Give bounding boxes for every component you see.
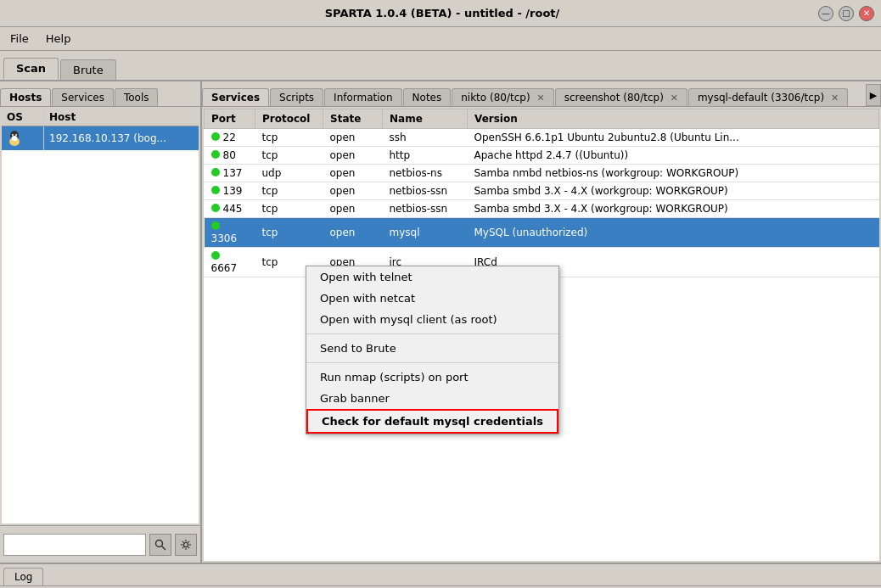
svg-line-12 [182, 540, 184, 542]
ctx-separator-2 [306, 362, 558, 363]
right-tab-scripts[interactable]: Scripts [270, 88, 323, 106]
ctx-send-brute[interactable]: Send to Brute [306, 338, 558, 359]
settings-button[interactable] [175, 534, 197, 556]
cell-port: 80 [205, 147, 255, 165]
ctx-open-netcat[interactable]: Open with netcat [306, 288, 558, 309]
right-tab-screenshot[interactable]: screenshot (80/tcp) ✕ [555, 88, 687, 106]
right-tab-mysql[interactable]: mysql-default (3306/tcp) ✕ [688, 88, 848, 106]
svg-point-5 [156, 540, 163, 546]
svg-point-7 [184, 542, 188, 546]
right-tab-notes[interactable]: Notes [403, 88, 452, 106]
cell-state: open [323, 200, 383, 218]
close-nikto-tab[interactable]: ✕ [536, 92, 544, 104]
right-panel: Services Scripts Information Notes nikto… [202, 81, 881, 563]
bottom-section: Log Progress Tool Host Start time End ti… [0, 563, 881, 588]
cell-protocol: tcp [255, 147, 323, 165]
cell-version: Samba smbd 3.X - 4.X (workgroup: WORKGRO… [468, 200, 879, 218]
ctx-grab-banner[interactable]: Grab banner [306, 388, 558, 409]
ctx-separator-1 [306, 333, 558, 334]
col-header-port: Port [205, 109, 255, 129]
minimize-button[interactable]: — [818, 6, 833, 21]
svg-line-14 [188, 540, 189, 542]
ctx-check-mysql-creds[interactable]: Check for default mysql credentials [306, 409, 558, 434]
host-row[interactable]: 192.168.10.137 (bog... [2, 126, 199, 150]
cell-protocol: udp [255, 165, 323, 182]
window-title: SPARTA 1.0.4 (BETA) - untitled - /root/ [66, 7, 818, 20]
tab-brute[interactable]: Brute [60, 59, 116, 80]
host-table-header: OS Host [2, 109, 199, 126]
log-tab-bar: Log [0, 564, 881, 586]
cell-version: Apache httpd 2.4.7 ((Ubuntu)) [468, 147, 879, 165]
svg-point-2 [15, 134, 17, 136]
cell-port: 3306 [205, 218, 255, 248]
right-tab-information[interactable]: Information [324, 88, 401, 106]
services-row[interactable]: 445 tcp open netbios-ssn Samba smbd 3.X … [205, 200, 879, 218]
left-panel-tabs: Hosts Services Tools [0, 81, 200, 107]
svg-line-6 [162, 546, 166, 550]
menu-help[interactable]: Help [39, 31, 78, 47]
right-panel-tabs: Services Scripts Information Notes nikto… [202, 81, 881, 107]
host-col-host-header: Host [44, 109, 199, 126]
cell-port: 6667 [205, 248, 255, 277]
right-tab-nikto[interactable]: nikto (80/tcp) ✕ [452, 88, 553, 106]
cell-protocol: tcp [255, 129, 323, 147]
cell-port: 139 [205, 182, 255, 200]
main-tabs: Scan Brute [0, 51, 881, 81]
services-row[interactable]: 22 tcp open ssh OpenSSH 6.6.1p1 Ubuntu 2… [205, 129, 879, 147]
cell-state: open [323, 165, 383, 182]
services-row[interactable]: 3306 tcp open mysql MySQL (unauthorized) [205, 218, 879, 248]
cell-name: mysql [383, 218, 468, 248]
cell-name: netbios-ssn [383, 182, 468, 200]
col-header-state: State [323, 109, 383, 129]
search-input[interactable] [3, 534, 146, 556]
cell-protocol: tcp [255, 182, 323, 200]
cell-port: 137 [205, 165, 255, 182]
cell-state: open [323, 218, 383, 248]
cell-name: ssh [383, 129, 468, 147]
content-area: Hosts Services Tools OS Host [0, 81, 881, 563]
close-screenshot-tab[interactable]: ✕ [671, 92, 678, 104]
menu-file[interactable]: File [3, 31, 36, 47]
left-panel: Hosts Services Tools OS Host [0, 81, 202, 563]
svg-line-13 [188, 546, 189, 548]
col-header-name: Name [383, 109, 468, 129]
services-row[interactable]: 139 tcp open netbios-ssn Samba smbd 3.X … [205, 182, 879, 200]
cell-state: open [323, 129, 383, 147]
col-header-protocol: Protocol [255, 109, 323, 129]
left-tab-tools[interactable]: Tools [115, 88, 159, 106]
cell-version: Samba nmbd netbios-ns (workgroup: WORKGR… [468, 165, 879, 182]
search-button[interactable] [149, 534, 171, 556]
left-panel-bottom [0, 525, 200, 563]
ctx-run-nmap[interactable]: Run nmap (scripts) on port [306, 367, 558, 388]
linux-icon [7, 130, 22, 147]
services-table: Port Protocol State Name Version 22 tcp … [204, 109, 879, 277]
host-os-cell [2, 126, 44, 150]
cell-protocol: tcp [255, 218, 323, 248]
ctx-open-mysql[interactable]: Open with mysql client (as root) [306, 309, 558, 330]
cell-protocol: tcp [255, 200, 323, 218]
tabs-overflow-arrow[interactable]: ▶ [866, 84, 881, 106]
cell-port: 445 [205, 200, 255, 218]
host-address: 192.168.10.137 (bog... [44, 130, 199, 147]
context-menu: Open with telnet Open with netcat Open w… [306, 266, 559, 434]
cell-version: Samba smbd 3.X - 4.X (workgroup: WORKGRO… [468, 182, 879, 200]
right-tab-services[interactable]: Services [202, 88, 269, 106]
close-mysql-tab[interactable]: ✕ [831, 92, 839, 104]
tab-scan[interactable]: Scan [3, 58, 59, 80]
services-row[interactable]: 137 udp open netbios-ns Samba nmbd netbi… [205, 165, 879, 182]
close-button[interactable]: ✕ [859, 6, 874, 21]
cell-name: netbios-ns [383, 165, 468, 182]
services-row[interactable]: 80 tcp open http Apache httpd 2.4.7 ((Ub… [205, 147, 879, 165]
svg-line-15 [182, 546, 184, 548]
search-icon [154, 539, 166, 551]
left-tab-services[interactable]: Services [52, 88, 114, 106]
host-table: OS Host 192.168.10.137 (bog... [2, 109, 199, 524]
maximize-button[interactable]: □ [839, 6, 854, 21]
cell-version: MySQL (unauthorized) [468, 218, 879, 248]
svg-point-4 [12, 136, 18, 141]
ctx-open-telnet[interactable]: Open with telnet [306, 266, 558, 288]
left-tab-hosts[interactable]: Hosts [0, 88, 51, 106]
cell-name: http [383, 147, 468, 165]
window-controls[interactable]: — □ ✕ [818, 6, 874, 21]
log-tab[interactable]: Log [3, 568, 43, 585]
